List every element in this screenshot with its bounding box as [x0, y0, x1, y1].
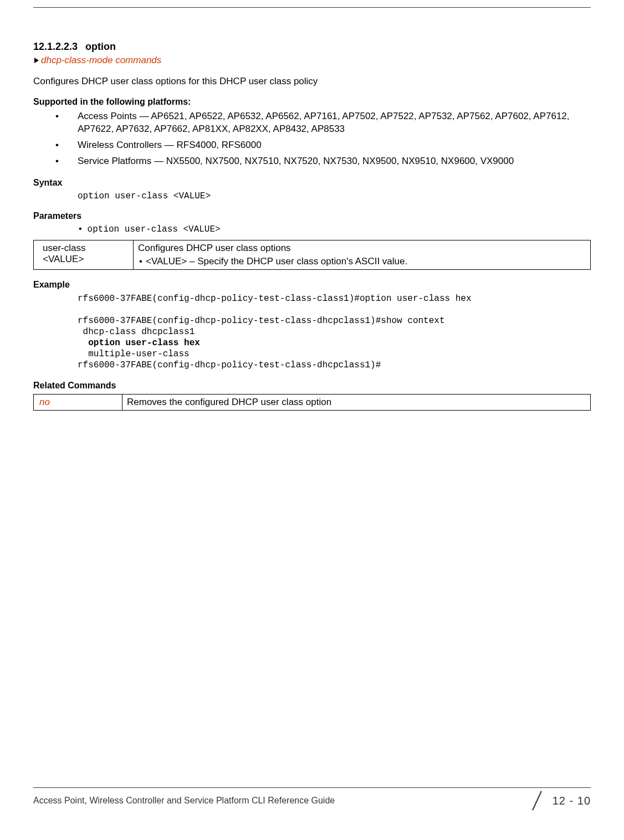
bullet-icon: •: [55, 110, 78, 136]
header-rule: [33, 7, 591, 8]
param-desc-sub: • <VALUE> – Specify the DHCP user class …: [138, 256, 586, 267]
supported-list: • Access Points — AP6521, AP6522, AP6532…: [55, 110, 591, 168]
list-item-text: Access Points — AP6521, AP6522, AP6532, …: [78, 110, 591, 136]
related-command-cell: no: [34, 394, 122, 410]
supported-heading: Supported in the following platforms:: [33, 97, 591, 107]
related-table: no Removes the configured DHCP user clas…: [33, 394, 591, 411]
related-heading: Related Commands: [33, 381, 591, 391]
list-item: • Wireless Controllers — RFS4000, RFS600…: [55, 139, 591, 152]
section-title: option: [85, 41, 116, 52]
section-description: Configures DHCP user class options for t…: [33, 76, 591, 87]
header-title: DHCP-SERVER-POLICY: [33, 0, 591, 1]
table-row: no Removes the configured DHCP user clas…: [34, 394, 591, 410]
page-number: 12 - 10: [553, 795, 591, 807]
syntax-code: option user-class <VALUE>: [78, 191, 591, 201]
example-heading: Example: [33, 280, 591, 290]
example-line: multiple-user-class: [78, 349, 190, 359]
slash-icon: [528, 791, 547, 810]
bullet-icon: •: [139, 256, 142, 267]
list-item-text: Service Platforms — NX5500, NX7500, NX75…: [78, 155, 591, 168]
parameters-line: • option user-class <VALUE>: [78, 224, 591, 234]
parameters-heading: Parameters: [33, 211, 591, 221]
list-item: • Access Points — AP6521, AP6522, AP6532…: [55, 110, 591, 136]
footer-text: Access Point, Wireless Controller and Se…: [33, 796, 335, 806]
example-line: rfs6000-37FABE(config-dhcp-policy-test-c…: [78, 294, 472, 304]
bullet-icon: •: [55, 139, 78, 152]
example-line-bold: option user-class hex: [78, 338, 200, 348]
syntax-heading: Syntax: [33, 178, 591, 188]
related-command-link[interactable]: no: [39, 397, 50, 407]
table-row: user-class <VALUE> Configures DHCP user …: [34, 240, 591, 269]
param-desc-sub-text: <VALUE> – Specify the DHCP user class op…: [146, 256, 407, 267]
example-code: rfs6000-37FABE(config-dhcp-policy-test-c…: [78, 293, 591, 371]
example-line: rfs6000-37FABE(config-dhcp-policy-test-c…: [78, 360, 381, 370]
section-heading: 12.1.2.2.3option: [33, 41, 591, 53]
parameters-table: user-class <VALUE> Configures DHCP user …: [33, 240, 591, 270]
section-number: 12.1.2.2.3: [33, 41, 78, 52]
example-line: rfs6000-37FABE(config-dhcp-policy-test-c…: [78, 316, 445, 326]
param-desc-cell: Configures DHCP user class options • <VA…: [134, 240, 591, 269]
example-line: dhcp-class dhcpclass1: [78, 327, 195, 337]
param-desc-main: Configures DHCP user class options: [138, 243, 586, 254]
parameters-code: option user-class <VALUE>: [88, 224, 221, 234]
footer-page: 12 - 10: [528, 791, 591, 810]
list-item: • Service Platforms — NX5500, NX7500, NX…: [55, 155, 591, 168]
param-name-cell: user-class <VALUE>: [34, 240, 134, 269]
list-item-text: Wireless Controllers — RFS4000, RFS6000: [78, 139, 591, 152]
arrow-right-icon: [34, 58, 39, 63]
bullet-icon: •: [78, 224, 83, 234]
breadcrumb: dhcp-class-mode commands: [33, 55, 591, 66]
breadcrumb-link[interactable]: dhcp-class-mode commands: [41, 55, 161, 66]
footer: Access Point, Wireless Controller and Se…: [33, 787, 591, 810]
bullet-icon: •: [55, 155, 78, 168]
related-desc-cell: Removes the configured DHCP user class o…: [122, 394, 591, 410]
